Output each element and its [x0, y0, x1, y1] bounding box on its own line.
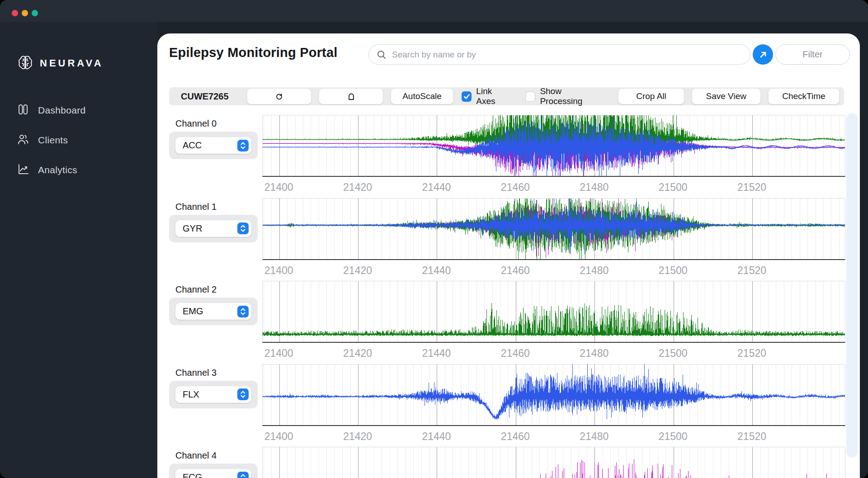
sidebar-item-label: Clients	[38, 135, 68, 146]
checktime-button[interactable]: CheckTime	[768, 88, 840, 104]
x-tick-label: 21480	[580, 431, 609, 443]
autoscale-button[interactable]: AutoScale	[391, 88, 453, 104]
device-id: CUWE7265	[181, 91, 229, 102]
checktime-label: CheckTime	[782, 91, 825, 101]
search-icon	[377, 50, 387, 60]
show-processing-group: Show Processing	[525, 86, 606, 106]
crop-all-button[interactable]: Crop All	[618, 88, 684, 104]
show-processing-checkbox[interactable]	[525, 91, 536, 102]
channel-signal-panel: GYR	[169, 215, 258, 242]
search-input[interactable]	[392, 50, 736, 60]
x-tick-label: 21420	[343, 181, 372, 194]
x-tick-label: 21400	[264, 431, 293, 443]
channel-label: Channel 1	[175, 202, 217, 212]
channel-section-0: Channel 0ACC2140021420214402146021480215…	[157, 115, 848, 198]
waveform-plot[interactable]: 21400214202144021460214802150021520	[262, 198, 845, 282]
link-axes-group: Link Axes	[462, 86, 513, 106]
waveform-canvas[interactable]	[262, 447, 845, 478]
minimize-button[interactable]	[22, 10, 28, 16]
link-axes-checkbox[interactable]	[462, 91, 472, 102]
select-chevrons-icon	[237, 222, 249, 234]
x-tick-label: 21480	[580, 181, 609, 194]
x-tick-label: 21440	[422, 431, 451, 443]
sidebar-nav: Dashboard Clients	[17, 101, 85, 179]
sidebar-item-analytics[interactable]: Analytics	[17, 161, 85, 179]
channel-signal-select[interactable]: FLX	[175, 386, 251, 403]
channel-signal-select[interactable]: GYR	[175, 220, 251, 237]
x-tick-label: 21440	[422, 181, 451, 194]
zoom-button[interactable]	[32, 10, 38, 16]
save-view-label: Save View	[706, 91, 746, 101]
brain-icon	[17, 54, 33, 72]
channel-label: Channel 0	[175, 118, 217, 129]
x-tick-label: 21460	[501, 265, 530, 277]
x-tick-label: 21520	[737, 347, 766, 360]
x-tick-label: 21460	[501, 431, 530, 443]
filter-button[interactable]: Filter	[775, 44, 850, 65]
channel-section-4: Channel 4ECG2140021420214402146021480215…	[157, 447, 848, 478]
x-tick-label: 21480	[580, 347, 609, 360]
waveform-canvas[interactable]	[262, 364, 845, 426]
x-tick-label: 21500	[659, 181, 688, 194]
waveform-plot[interactable]: 21400214202144021460214802150021520	[262, 447, 845, 478]
channel-label: Channel 4	[175, 450, 217, 461]
crop-all-label: Crop All	[636, 91, 666, 101]
x-axis-ticks: 21400214202144021460214802150021520	[262, 260, 845, 282]
x-tick-label: 21420	[343, 347, 372, 360]
channel-section-2: Channel 2EMG2140021420214402146021480215…	[157, 281, 848, 364]
scrollbar-thumb[interactable]	[846, 113, 858, 458]
analytics-icon	[17, 163, 29, 177]
channel-signal-panel: ACC	[169, 132, 258, 159]
sidebar-item-dashboard[interactable]: Dashboard	[17, 101, 85, 119]
refresh-button[interactable]	[247, 88, 311, 104]
channel-signal-value: EMG	[183, 306, 237, 317]
arrow-up-right-icon	[759, 50, 768, 59]
waveform-canvas[interactable]	[262, 281, 845, 343]
channel-signal-value: ACC	[183, 140, 237, 151]
x-tick-label: 21420	[343, 265, 372, 277]
x-tick-label: 21500	[659, 347, 688, 360]
waveform-canvas[interactable]	[262, 198, 845, 260]
waveform-canvas[interactable]	[262, 115, 845, 177]
save-view-button[interactable]: Save View	[692, 88, 761, 104]
window-titlebar	[0, 0, 868, 22]
waveform-plot[interactable]: 21400214202144021460214802150021520	[262, 115, 845, 199]
waveform-plot[interactable]: 21400214202144021460214802150021520	[262, 364, 845, 448]
page-title: Epilepsy Monitoring Portal	[169, 45, 338, 60]
channel-label: Channel 2	[175, 284, 217, 295]
channel-signal-select[interactable]: ACC	[175, 137, 251, 154]
waveform-plot[interactable]: 21400214202144021460214802150021520	[262, 281, 845, 364]
brand-name: NEURAVA	[40, 57, 104, 69]
x-axis-ticks: 21400214202144021460214802150021520	[262, 426, 845, 448]
channel-signal-value: FLX	[183, 389, 237, 400]
x-tick-label: 21460	[501, 181, 530, 194]
x-tick-label: 21400	[264, 347, 293, 360]
clients-icon	[17, 133, 29, 147]
home-view-button[interactable]	[319, 88, 383, 104]
channel-signal-select[interactable]: EMG	[175, 303, 251, 320]
close-button[interactable]	[12, 10, 18, 16]
main-content: Epilepsy Monitoring Portal Filter CUWE72…	[157, 33, 860, 478]
x-tick-label: 21500	[659, 265, 688, 277]
check-icon	[463, 93, 470, 100]
channel-signal-panel: FLX	[169, 381, 258, 408]
x-tick-label: 21440	[422, 265, 451, 277]
select-chevrons-icon	[237, 472, 249, 478]
sidebar-item-clients[interactable]: Clients	[17, 131, 85, 149]
app-window: NEURAVA Dashboard	[0, 0, 868, 478]
select-chevrons-icon	[237, 306, 249, 317]
x-tick-label: 21440	[422, 347, 451, 360]
channel-section-3: Channel 3FLX2140021420214402146021480215…	[157, 364, 848, 447]
home-icon	[348, 93, 355, 100]
search-submit-button[interactable]	[753, 44, 773, 65]
x-tick-label: 21520	[737, 265, 766, 277]
x-tick-label: 21460	[501, 347, 530, 360]
channel-signal-value: ECG	[183, 472, 237, 478]
channel-label: Channel 3	[175, 368, 217, 378]
channel-signal-panel: EMG	[169, 298, 258, 325]
select-chevrons-icon	[237, 140, 249, 151]
x-tick-label: 21480	[580, 265, 609, 277]
dashboard-icon	[17, 104, 29, 117]
channel-signal-select[interactable]: ECG	[175, 469, 251, 478]
sidebar-item-label: Analytics	[38, 165, 77, 175]
